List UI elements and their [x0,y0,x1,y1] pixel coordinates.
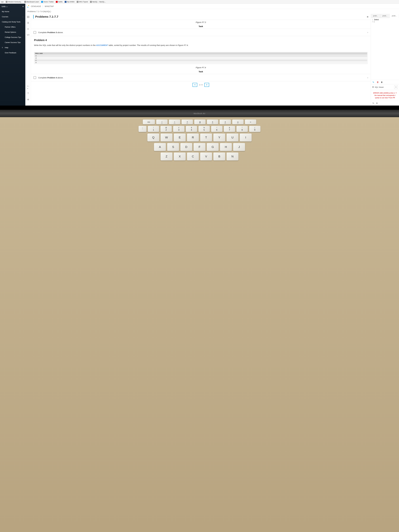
key-letter: Z [161,152,172,160]
sidebar-item-catalog[interactable]: Catalog and Study Tools [0,19,25,24]
key-letter: R [187,133,199,141]
key-letter: B [213,152,225,160]
sidebar-item-partner[interactable]: Partner Offers [0,24,25,30]
key-esc: esc [143,120,155,124]
bookmark-icon [77,1,78,3]
sidebar: Izela ⌄ « My Home Courses⌄ Catalog and S… [0,4,25,106]
task-4-checkbox[interactable] [33,76,36,79]
delete-icon[interactable]: 🗑 [377,81,379,83]
next-page-button[interactable]: > [204,83,209,87]
bookmark-ahima[interactable]: My AHIMA [65,1,75,3]
download-icon[interactable]: ⬇ [381,81,383,83]
title-accent-bar [33,15,34,19]
tab-problem-3[interactable]: probl... [390,14,399,18]
prev-page-button[interactable]: < [192,83,197,87]
task-header-2: Task [31,69,371,74]
brand-cengage: CENGAGE [31,5,41,7]
tab-problem-1[interactable]: probl... [371,14,380,18]
sidebar-item-help[interactable]: ?Help [0,45,25,50]
bookmark-wku[interactable]: Western Kentucky... [6,1,22,3]
task-4-text: Complete Problem 4 above. [38,76,365,79]
bookmark-blackboard[interactable]: Blackboard Learn [24,1,39,3]
bookmark-twitter[interactable]: Home / Twitter [41,1,54,3]
laptop-bezel [0,106,399,110]
code-icon[interactable]: </> [27,34,29,36]
bookmark-topnet[interactable]: WKU Topnet [77,1,88,3]
info-icon[interactable]: ? [27,92,29,95]
tab-problem-2[interactable]: probl... [380,14,390,18]
brand-mindtap: MINDTAP [45,5,54,7]
key-letter: U [227,133,238,141]
key-fn: ✻F5 [207,120,218,124]
cengage-logo-icon [27,5,30,7]
laptop-hinge: MacBook Air [0,110,399,117]
bookmark-apps[interactable]: ops [1,1,4,3]
sidebar-item-courses[interactable]: Courses⌄ [0,14,25,19]
key-num: %5 [198,126,210,132]
problem-4-heading: Problem 4 [34,39,367,42]
pagination: < 2 / 4 > [31,81,371,89]
result-toolbar: ↻ ⬇ [371,101,399,106]
sidebar-item-rental[interactable]: Rental Options [0,30,25,35]
download-result-icon[interactable]: ⬇ [376,102,378,105]
task-4-row[interactable]: Complete Problem 4 above. › [31,74,371,81]
figure-7-4-caption: Figure P7.4 [31,65,371,69]
add-viewer-button[interactable]: + [394,85,398,89]
bookmark-netflix[interactable]: Netflix [56,1,63,3]
key-letter: W [161,133,172,141]
menu-icon[interactable]: ≡ [367,15,368,18]
key-letter: Y [213,133,225,141]
checklist-icon[interactable]: ☰ [27,21,29,24]
key-num: @2 [160,126,172,132]
edit-icon[interactable]: ✎ [373,81,375,83]
task-header: Task [31,24,371,29]
sidebar-item-home[interactable]: My Home [0,9,25,14]
chart-icon[interactable]: ⫼ [27,28,29,30]
key-letter: F [194,143,205,151]
result-col-header: PROJ_NUM [34,52,367,55]
key-num: (9 [249,126,260,132]
chevron-right-icon: › [367,31,368,34]
sidebar-item-feedback[interactable]: Give Feedback [0,50,25,55]
key-num: &7 [224,126,235,132]
collapse-sidebar-icon[interactable]: « [22,5,24,8]
problem-4-block: Problem 4 Write the SQL code that will l… [31,36,371,50]
key-fn: ☀F1 [156,120,168,124]
sql-error-message: ERROR 1064 (42000) at line 1: Y the manu… [371,90,399,101]
icon-rail: ▯▯ ☰ ⫼ </> ⚬-⚬ ? ⚙ [25,14,31,106]
key-fn: ✻F6 [220,120,231,124]
key-letter: N [227,152,238,160]
right-panel: probl... probl... probl... 1Select 2 ✎ 🗑… [371,14,399,106]
breadcrumb: Problems 7.1-7.8 (MySQL) [25,9,399,14]
key-num: ~` [139,126,146,132]
bookmark-icon [65,1,66,3]
table-row: 18 [34,57,367,59]
sql-editor[interactable]: 1Select 2 [371,18,399,80]
settings-icon[interactable]: ⚙ [27,98,29,101]
chevron-down-icon: ⌄ [22,16,24,17]
book-open-icon[interactable]: ▯▯ [27,15,29,18]
key-fn: ⏯ [245,120,256,124]
problem-4-text: Write the SQL code that will list only t… [34,44,367,47]
sidebar-item-college[interactable]: College Success Tips [0,35,25,40]
sidebar-user-header[interactable]: Izela ⌄ « [0,4,25,9]
table-row: 22 [34,59,367,61]
key-fn: ⏮F7 [232,120,244,124]
key-letter: E [174,133,186,141]
task-3-checkbox[interactable] [33,31,36,34]
key-fn: ☀F2 [169,120,180,124]
key-num: *8 [236,126,248,132]
key-letter: I [240,133,252,141]
key-letter: X [174,152,186,160]
help-icon: ? [2,47,4,49]
sidebar-item-career[interactable]: Career Success Tips [0,40,25,45]
key-letter: G [207,143,219,151]
bookmark-icon [90,1,92,3]
refresh-icon[interactable]: ↻ [373,102,374,105]
result-table: PROJ_NUM 15182225 [34,52,367,64]
key-letter: Q [147,133,159,141]
page-info: 2 / 4 [199,84,203,86]
share-icon[interactable]: ⚬-⚬ [27,86,29,89]
bookmark-mysql[interactable]: MySQL :: MySQL... [90,1,106,3]
task-3-row[interactable]: Complete Problem 3 above. › [31,29,371,36]
